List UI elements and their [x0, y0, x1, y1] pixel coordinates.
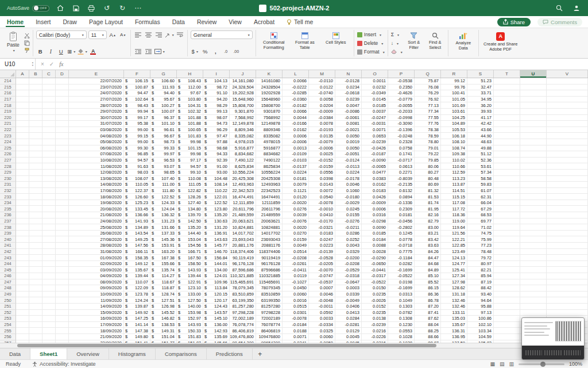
- cell-date[interactable]: 19/08/2020: [69, 200, 124, 206]
- cell[interactable]: [42, 78, 56, 85]
- cell[interactable]: 83.63: [415, 243, 441, 249]
- cell[interactable]: -0.3090: [388, 121, 415, 127]
- cell[interactable]: 14,161,080: [230, 78, 256, 85]
- cell[interactable]: -0.1699: [388, 285, 415, 292]
- cell[interactable]: 10824881: [256, 224, 283, 231]
- cell[interactable]: [29, 151, 42, 158]
- cell[interactable]: -0.0456: [388, 218, 415, 225]
- cell[interactable]: -0.0159: [309, 163, 335, 170]
- cell[interactable]: [547, 139, 588, 145]
- bold-button[interactable]: B: [36, 47, 45, 56]
- cell[interactable]: [494, 322, 520, 328]
- delete-button[interactable]: Delete▾: [357, 39, 385, 47]
- cell[interactable]: 77.76: [415, 121, 441, 127]
- sheet-tab-overview[interactable]: Overview: [67, 348, 109, 359]
- ribbon-tab-data[interactable]: Data: [171, 17, 186, 27]
- cell-date[interactable]: 31/07/2020: [69, 121, 124, 127]
- cell[interactable]: [56, 127, 69, 133]
- cell[interactable]: [520, 261, 547, 267]
- cell[interactable]: [16, 127, 29, 133]
- cell[interactable]: 87596686: [256, 267, 283, 273]
- cell[interactable]: [42, 188, 56, 194]
- cell-currency[interactable]: $124.33: [150, 200, 177, 206]
- cell[interactable]: -0.2033: [388, 109, 415, 115]
- cell-currency[interactable]: $100.07: [150, 109, 177, 115]
- ribbon-tab-formulas[interactable]: Formulas: [134, 17, 161, 27]
- comma-style-button[interactable]: ,: [211, 47, 220, 56]
- cell-currency[interactable]: $98.72: [203, 85, 230, 91]
- cell-currency[interactable]: $140.00: [177, 304, 203, 310]
- cell[interactable]: [547, 231, 588, 237]
- horizontal-scrollbar-thumb[interactable]: [17, 344, 436, 347]
- cell[interactable]: 104.89: [441, 121, 467, 127]
- cell-currency[interactable]: $135.20: [177, 224, 203, 231]
- cell-currency[interactable]: $97.47: [203, 133, 230, 139]
- cell[interactable]: [520, 188, 547, 194]
- cell[interactable]: 0.0181: [283, 176, 309, 182]
- cell[interactable]: [29, 231, 42, 237]
- cell[interactable]: [56, 322, 69, 328]
- cell[interactable]: 44.90: [467, 133, 494, 139]
- cell[interactable]: 85.10: [415, 273, 441, 279]
- cell[interactable]: [42, 218, 56, 225]
- cell[interactable]: -0.0184: [283, 322, 309, 328]
- cell[interactable]: 85.52: [415, 279, 441, 286]
- cell[interactable]: 8,625,834: [230, 163, 256, 170]
- column-header-C[interactable]: C: [42, 70, 56, 78]
- cell[interactable]: [16, 109, 29, 115]
- cell[interactable]: 0.0239: [335, 97, 362, 103]
- cell[interactable]: 97,298,228: [230, 310, 256, 316]
- cell[interactable]: -0.1184: [388, 255, 415, 261]
- search-icon[interactable]: [555, 3, 564, 13]
- cell[interactable]: 97.13: [467, 310, 494, 316]
- cell[interactable]: 0.2350: [388, 85, 415, 91]
- cell[interactable]: [56, 310, 69, 316]
- row-header[interactable]: 246: [0, 273, 16, 279]
- cell-currency[interactable]: $96.61: [150, 127, 177, 133]
- cell[interactable]: 0.0159: [283, 236, 309, 243]
- cell[interactable]: -0.0029: [335, 200, 362, 206]
- cell[interactable]: [494, 115, 520, 121]
- cell[interactable]: 0.1245: [388, 231, 415, 237]
- cell[interactable]: [56, 200, 69, 206]
- cell[interactable]: [56, 102, 69, 109]
- cell[interactable]: 0.1303: [388, 304, 415, 310]
- cell[interactable]: [42, 102, 56, 109]
- cell[interactable]: [494, 85, 520, 91]
- cell[interactable]: [547, 236, 588, 243]
- cell[interactable]: -0.0222: [283, 85, 309, 91]
- cell[interactable]: 103.34: [467, 328, 494, 334]
- cell[interactable]: 0.0047: [335, 102, 362, 109]
- cell[interactable]: 0.0071: [362, 127, 388, 133]
- cell[interactable]: 0.0003: [335, 285, 362, 292]
- cell-currency[interactable]: $146.82: [150, 316, 177, 322]
- cell[interactable]: [494, 218, 520, 225]
- cell[interactable]: 59.83: [467, 182, 494, 188]
- align-left-icon[interactable]: [134, 30, 142, 39]
- cell[interactable]: -0.0078: [309, 200, 335, 206]
- cell[interactable]: [520, 212, 547, 218]
- sheet-tab-histograms[interactable]: Histograms: [109, 348, 156, 359]
- cell[interactable]: -0.0211: [335, 224, 362, 231]
- cell[interactable]: [494, 151, 520, 158]
- cell-currency[interactable]: $112.00: [177, 85, 203, 91]
- cell[interactable]: [16, 224, 29, 231]
- cell[interactable]: -0.0180: [335, 194, 362, 200]
- cell[interactable]: 39.93: [467, 109, 494, 115]
- cell[interactable]: 43.66: [467, 127, 494, 133]
- sheet-tab-data[interactable]: Data: [0, 348, 30, 359]
- horizontal-scrollbar[interactable]: [0, 343, 588, 348]
- column-header-F[interactable]: F: [124, 70, 150, 78]
- cell-currency[interactable]: $96.29: [203, 127, 230, 133]
- cell[interactable]: 136.31: [441, 328, 467, 334]
- cell-currency[interactable]: $153.04: [177, 236, 203, 243]
- cell[interactable]: 0.0286: [335, 231, 362, 237]
- cell[interactable]: 48.63: [467, 139, 494, 145]
- cell-currency[interactable]: $96.85: [124, 151, 150, 158]
- cell[interactable]: -0.0139: [309, 249, 335, 255]
- cell-currency[interactable]: $97.17: [177, 158, 203, 164]
- cell-currency[interactable]: $100.27: [150, 102, 177, 109]
- cell-currency[interactable]: $139.87: [124, 304, 150, 310]
- cell[interactable]: [520, 236, 547, 243]
- cell[interactable]: 0.0019: [335, 139, 362, 145]
